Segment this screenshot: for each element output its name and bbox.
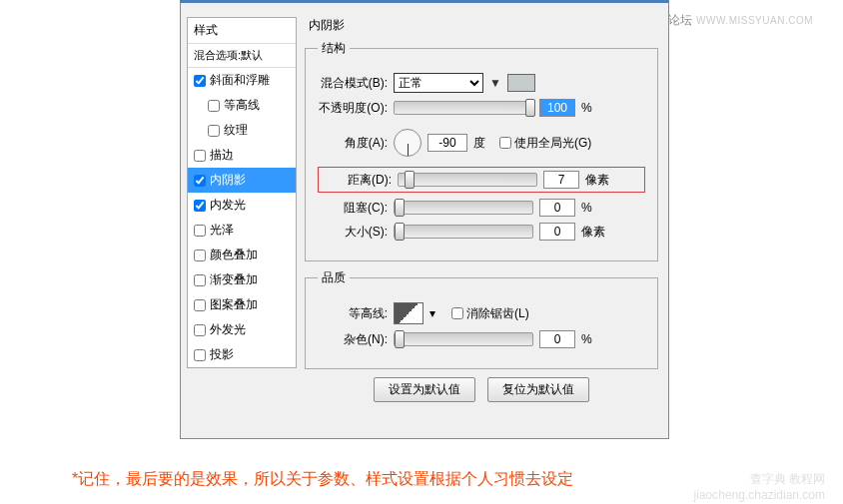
style-label: 斜面和浮雕 — [210, 72, 270, 89]
angle-input[interactable] — [427, 134, 467, 152]
watermark: 查字典 教程网 jiaocheng.chazidian.com — [694, 471, 825, 502]
global-light-checkbox[interactable]: 使用全局光(G) — [499, 135, 591, 152]
style-item-8[interactable]: 渐变叠加 — [188, 267, 296, 292]
opacity-label: 不透明度(O): — [318, 100, 388, 117]
blend-options-default[interactable]: 混合选项:默认 — [188, 44, 296, 68]
size-label: 大小(S): — [318, 224, 388, 241]
choke-unit: % — [581, 201, 601, 215]
style-item-9[interactable]: 图案叠加 — [188, 292, 296, 317]
style-checkbox[interactable] — [194, 200, 206, 212]
angle-unit: 度 — [473, 135, 493, 152]
blend-mode-label: 混合模式(B): — [318, 75, 388, 92]
noise-label: 杂色(N): — [318, 331, 388, 348]
opacity-input[interactable] — [539, 99, 575, 117]
size-slider[interactable] — [394, 225, 533, 239]
choke-slider[interactable] — [394, 201, 533, 215]
quality-group: 品质 等高线: ▾ 消除锯齿(L) 杂色(N): % — [305, 269, 658, 369]
style-checkbox[interactable] — [208, 100, 220, 112]
size-input[interactable] — [539, 223, 575, 241]
angle-dial[interactable] — [394, 129, 422, 157]
effect-settings-panel: 内阴影 结构 混合模式(B): 正常 ▼ 不透明度(O): % 角度(A): 度 — [305, 17, 658, 428]
style-checkbox[interactable] — [194, 324, 206, 336]
style-item-1[interactable]: 等高线 — [188, 93, 296, 118]
contour-picker[interactable] — [394, 302, 423, 324]
styles-header[interactable]: 样式 — [188, 18, 296, 44]
tutorial-note: *记住，最后要的是效果，所以关于参数、样式设置根据个人习惯去设定 — [72, 469, 573, 490]
style-item-7[interactable]: 颜色叠加 — [188, 243, 296, 267]
style-label: 等高线 — [224, 97, 260, 114]
style-item-2[interactable]: 纹理 — [188, 118, 296, 143]
style-checkbox[interactable] — [194, 150, 206, 162]
layer-style-dialog: 样式 混合选项:默认 斜面和浮雕等高线纹理描边内阴影内发光光泽颜色叠加渐变叠加图… — [180, 0, 669, 439]
style-label: 渐变叠加 — [210, 271, 258, 288]
structure-legend: 结构 — [318, 40, 350, 57]
style-checkbox[interactable] — [194, 299, 206, 311]
style-label: 纹理 — [224, 122, 248, 139]
style-checkbox[interactable] — [194, 175, 206, 187]
style-label: 投影 — [210, 346, 234, 363]
noise-input[interactable] — [539, 330, 575, 348]
style-checkbox[interactable] — [208, 125, 220, 137]
angle-label: 角度(A): — [318, 135, 388, 152]
style-label: 描边 — [210, 147, 234, 164]
chevron-down-icon[interactable]: ▾ — [429, 306, 435, 320]
style-checkbox[interactable] — [194, 274, 206, 286]
opacity-unit: % — [581, 101, 601, 115]
style-checkbox[interactable] — [194, 75, 206, 87]
distance-slider[interactable] — [398, 173, 537, 187]
antialias-checkbox[interactable]: 消除锯齿(L) — [451, 305, 529, 322]
style-checkbox[interactable] — [194, 349, 206, 361]
panel-title: 内阴影 — [305, 17, 658, 34]
style-item-6[interactable]: 光泽 — [188, 218, 296, 243]
style-item-4[interactable]: 内阴影 — [188, 168, 296, 193]
style-label: 图案叠加 — [210, 296, 258, 313]
noise-slider[interactable] — [394, 332, 533, 346]
choke-label: 阻塞(C): — [318, 200, 388, 217]
style-label: 外发光 — [210, 321, 246, 338]
contour-label: 等高线: — [318, 305, 388, 322]
size-unit: 像素 — [581, 224, 605, 241]
styles-list: 样式 混合选项:默认 斜面和浮雕等高线纹理描边内阴影内发光光泽颜色叠加渐变叠加图… — [187, 17, 297, 368]
style-checkbox[interactable] — [194, 250, 206, 261]
style-label: 内阴影 — [210, 172, 246, 189]
style-checkbox[interactable] — [194, 225, 206, 237]
style-item-5[interactable]: 内发光 — [188, 193, 296, 218]
style-label: 颜色叠加 — [210, 247, 258, 263]
style-item-3[interactable]: 描边 — [188, 143, 296, 168]
structure-group: 结构 混合模式(B): 正常 ▼ 不透明度(O): % 角度(A): 度 使用全… — [305, 40, 658, 261]
distance-label: 距离(D): — [322, 172, 392, 189]
choke-input[interactable] — [539, 199, 575, 217]
style-item-11[interactable]: 投影 — [188, 342, 296, 367]
opacity-slider[interactable] — [394, 101, 533, 115]
distance-unit: 像素 — [585, 172, 609, 189]
style-item-10[interactable]: 外发光 — [188, 317, 296, 342]
reset-default-button[interactable]: 复位为默认值 — [487, 377, 589, 402]
blend-mode-select[interactable]: 正常 — [394, 73, 483, 93]
quality-legend: 品质 — [318, 269, 350, 286]
distance-input[interactable] — [543, 171, 579, 189]
style-item-0[interactable]: 斜面和浮雕 — [188, 68, 296, 93]
style-label: 内发光 — [210, 197, 246, 214]
color-swatch[interactable] — [507, 74, 535, 92]
style-label: 光泽 — [210, 222, 234, 239]
make-default-button[interactable]: 设置为默认值 — [374, 377, 475, 402]
noise-unit: % — [581, 332, 601, 346]
